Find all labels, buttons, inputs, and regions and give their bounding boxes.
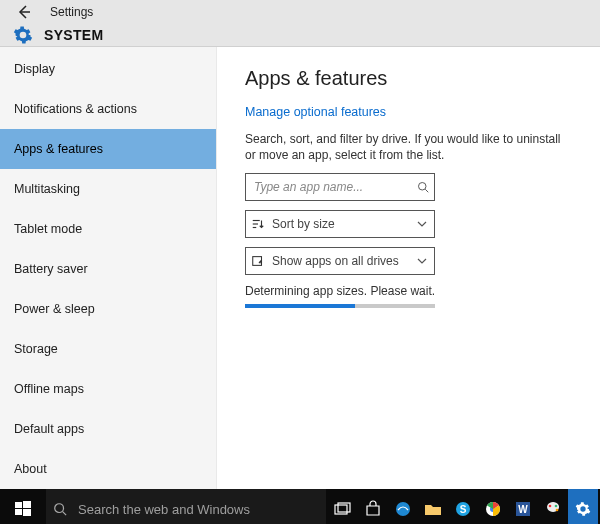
sidebar-item-label: Battery saver (14, 262, 88, 276)
taskbar: Search the web and Windows S W (0, 489, 600, 524)
window-titlebar: Settings (0, 0, 600, 24)
sidebar-item-label: Offline maps (14, 382, 84, 396)
taskbar-search-placeholder: Search the web and Windows (78, 502, 250, 517)
gear-icon (575, 501, 591, 517)
arrow-left-icon (16, 4, 32, 20)
task-view-button[interactable] (328, 489, 358, 524)
svg-point-24 (556, 509, 559, 512)
svg-point-1 (419, 183, 427, 191)
sidebar-item-label: Notifications & actions (14, 102, 137, 116)
app-search-input[interactable] (245, 173, 435, 201)
taskbar-app-settings[interactable] (568, 489, 598, 524)
back-button[interactable] (12, 0, 36, 24)
sidebar-item-tablet-mode[interactable]: Tablet mode (0, 209, 216, 249)
sidebar-item-display[interactable]: Display (0, 49, 216, 89)
taskbar-app-store[interactable] (358, 489, 388, 524)
sidebar-item-label: Display (14, 62, 55, 76)
settings-header: SYSTEM (0, 24, 600, 47)
taskbar-app-skype[interactable]: S (448, 489, 478, 524)
drive-filter-label: Show apps on all drives (270, 254, 410, 268)
sidebar-item-about[interactable]: About (0, 449, 216, 489)
sort-icon (246, 217, 270, 231)
taskbar-app-chrome[interactable] (478, 489, 508, 524)
sidebar-item-label: Apps & features (14, 142, 103, 156)
sidebar-item-battery-saver[interactable]: Battery saver (0, 249, 216, 289)
gear-icon (12, 24, 34, 46)
svg-rect-14 (338, 503, 350, 512)
svg-rect-9 (15, 509, 22, 515)
app-search-field[interactable] (246, 180, 413, 194)
sidebar-item-power-sleep[interactable]: Power & sleep (0, 289, 216, 329)
progress-bar (245, 304, 435, 308)
chrome-icon (484, 500, 502, 518)
windows-logo-icon (15, 501, 31, 517)
search-icon (413, 181, 434, 193)
svg-rect-7 (15, 502, 22, 508)
svg-rect-8 (23, 501, 31, 508)
svg-text:W: W (518, 504, 528, 515)
paint-icon (544, 500, 562, 518)
taskbar-app-word[interactable]: W (508, 489, 538, 524)
page-description: Search, sort, and filter by drive. If yo… (245, 131, 572, 163)
search-icon (52, 501, 68, 517)
sidebar-item-label: About (14, 462, 47, 476)
sort-label: Sort by size (270, 217, 410, 231)
progress-fill (245, 304, 355, 308)
svg-text:S: S (460, 504, 467, 515)
word-icon: W (514, 500, 532, 518)
taskbar-search[interactable]: Search the web and Windows (46, 489, 326, 524)
sidebar-item-multitasking[interactable]: Multitasking (0, 169, 216, 209)
folder-icon (424, 502, 442, 516)
sidebar-item-apps-features[interactable]: Apps & features (0, 129, 216, 169)
status-text: Determining app sizes. Please wait. (245, 284, 572, 298)
svg-rect-13 (335, 505, 347, 514)
sidebar-item-label: Storage (14, 342, 58, 356)
taskbar-app-explorer[interactable] (418, 489, 448, 524)
page-title: Apps & features (245, 67, 572, 90)
sidebar-item-offline-maps[interactable]: Offline maps (0, 369, 216, 409)
sidebar-item-default-apps[interactable]: Default apps (0, 409, 216, 449)
start-button[interactable] (0, 489, 46, 524)
taskbar-app-edge[interactable] (388, 489, 418, 524)
svg-point-23 (555, 505, 558, 508)
svg-line-12 (63, 512, 67, 516)
task-view-icon (334, 502, 352, 516)
sort-dropdown[interactable]: Sort by size (245, 210, 435, 238)
sidebar-item-label: Default apps (14, 422, 84, 436)
taskbar-app-paint[interactable] (538, 489, 568, 524)
settings-category-title: SYSTEM (44, 27, 103, 43)
chevron-down-icon (410, 256, 434, 266)
svg-point-22 (549, 505, 552, 508)
chevron-down-icon (410, 219, 434, 229)
main-content: Apps & features Manage optional features… (217, 47, 600, 489)
sidebar: Display Notifications & actions Apps & f… (0, 47, 217, 489)
svg-rect-10 (23, 509, 31, 516)
edge-icon (394, 500, 412, 518)
sidebar-item-label: Power & sleep (14, 302, 95, 316)
sidebar-item-storage[interactable]: Storage (0, 329, 216, 369)
window-title: Settings (50, 5, 93, 19)
manage-optional-features-link[interactable]: Manage optional features (245, 105, 386, 119)
sidebar-item-label: Multitasking (14, 182, 80, 196)
svg-point-11 (55, 504, 64, 513)
store-icon (364, 500, 382, 518)
svg-line-2 (426, 190, 429, 193)
sidebar-item-label: Tablet mode (14, 222, 82, 236)
drive-filter-dropdown[interactable]: Show apps on all drives (245, 247, 435, 275)
skype-icon: S (454, 500, 472, 518)
drive-icon (246, 254, 270, 268)
sidebar-item-notifications[interactable]: Notifications & actions (0, 89, 216, 129)
